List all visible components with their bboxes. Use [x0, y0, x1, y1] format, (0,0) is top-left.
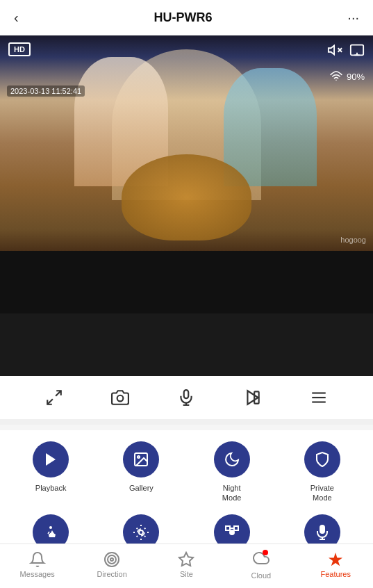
- svg-line-6: [56, 391, 61, 396]
- snapshot-tool-button[interactable]: [107, 384, 133, 411]
- svg-point-25: [139, 530, 143, 534]
- svg-line-23: [48, 532, 49, 534]
- playback-label: Playback: [35, 483, 67, 493]
- nav-cloud[interactable]: Cloud: [240, 550, 282, 580]
- video-bottom-bar: [0, 313, 373, 376]
- cloud-notif-wrap: [253, 550, 270, 569]
- page-title: HU-PWR6: [154, 10, 213, 25]
- svg-point-8: [117, 395, 124, 402]
- settings-tool-button[interactable]: [306, 384, 332, 411]
- svg-marker-12: [247, 391, 258, 405]
- fullscreen-tool-button[interactable]: [41, 384, 67, 411]
- playback-icon-circle: [33, 441, 69, 477]
- cloud-nav-label: Cloud: [251, 571, 271, 580]
- microphone-tool-button[interactable]: [173, 384, 199, 411]
- nav-direction[interactable]: Direction: [91, 551, 133, 578]
- svg-point-20: [49, 526, 52, 529]
- mute-button[interactable]: [327, 42, 342, 61]
- features-nav-label: Features: [321, 570, 351, 578]
- video-container: HD: [0, 35, 373, 313]
- nav-messages[interactable]: Messages: [17, 551, 58, 578]
- gallery-label: Gallery: [129, 483, 154, 493]
- night-mode-label: NightMode: [222, 483, 242, 503]
- svg-rect-13: [254, 391, 259, 403]
- svg-marker-0: [329, 46, 334, 55]
- svg-marker-35: [179, 553, 193, 566]
- tool-row: [0, 376, 373, 419]
- bottom-nav: Messages Direction Site Cloud Features: [0, 544, 373, 588]
- gallery-icon-circle: [123, 441, 159, 477]
- cloud-notification-dot: [263, 550, 268, 555]
- feature-night-mode[interactable]: NightMode: [190, 441, 274, 503]
- svg-rect-29: [320, 525, 324, 533]
- recording-tool-button[interactable]: [240, 384, 266, 411]
- back-button[interactable]: ‹: [14, 10, 19, 26]
- features-icon: [327, 551, 344, 568]
- feature-private-mode[interactable]: PrivateMode: [280, 441, 365, 503]
- more-button[interactable]: ···: [347, 10, 359, 26]
- night-mode-icon-circle: [214, 441, 250, 477]
- private-mode-label: PrivateMode: [310, 483, 334, 503]
- feature-playback[interactable]: Playback: [8, 441, 93, 503]
- svg-marker-17: [46, 453, 56, 466]
- svg-point-19: [138, 456, 140, 458]
- nav-features[interactable]: Features: [315, 551, 356, 578]
- messages-icon: [29, 551, 46, 568]
- video-timestamp: 2023-03-13 11:52:41: [7, 85, 85, 97]
- private-mode-icon-circle: [304, 441, 340, 477]
- screen-mode-button[interactable]: [349, 42, 365, 61]
- site-nav-label: Site: [180, 570, 193, 578]
- wifi-battery-indicator: 90%: [330, 70, 365, 83]
- messages-nav-label: Messages: [20, 570, 55, 578]
- hd-badge[interactable]: HD: [8, 42, 31, 56]
- divider: [0, 419, 373, 425]
- site-icon: [178, 551, 194, 568]
- nav-site[interactable]: Site: [165, 551, 207, 578]
- svg-point-33: [108, 555, 116, 564]
- header: ‹ HU-PWR6 ···: [0, 0, 373, 35]
- feature-gallery[interactable]: Gallery: [99, 441, 183, 503]
- video-overlay-top: HD: [0, 35, 373, 68]
- battery-percent: 90%: [347, 72, 365, 82]
- svg-rect-9: [184, 390, 189, 398]
- direction-icon: [103, 551, 120, 568]
- page-container: ‹ HU-PWR6 ··· HD: [0, 0, 373, 588]
- feature-grid-row1: Playback Gallery Night: [8, 441, 365, 503]
- svg-point-34: [110, 558, 113, 561]
- direction-nav-label: Direction: [97, 570, 126, 578]
- svg-line-7: [47, 399, 53, 405]
- watermark: hogoog: [340, 236, 366, 244]
